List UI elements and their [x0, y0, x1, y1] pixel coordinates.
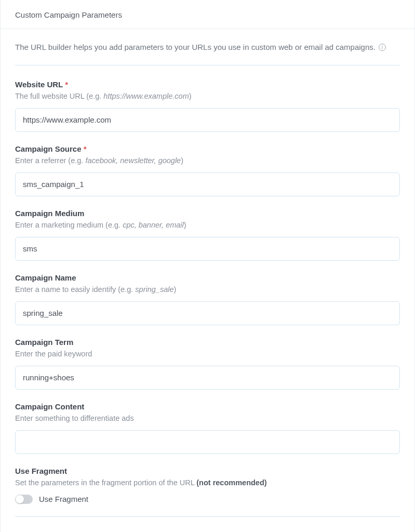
intro-text: The URL builder helps you add parameters…	[15, 42, 376, 54]
campaign-term-input[interactable]	[15, 366, 400, 390]
required-mark: *	[65, 80, 68, 89]
website-url-help: The full website URL (e.g. https://www.e…	[15, 91, 400, 102]
required-mark: *	[84, 144, 87, 153]
divider-bottom	[15, 516, 400, 517]
campaign-source-label: Campaign Source *	[15, 144, 400, 153]
panel-body: The URL builder helps you add parameters…	[1, 29, 414, 527]
use-fragment-label: Use Fragment	[15, 467, 400, 475]
campaign-source-input[interactable]	[15, 172, 400, 196]
campaign-name-input[interactable]	[15, 301, 400, 325]
campaign-name-label: Campaign Name	[15, 273, 400, 282]
campaign-name-help: Enter a name to easily identify (e.g. sp…	[15, 284, 400, 295]
campaign-content-help: Enter something to differentiate ads	[15, 413, 400, 424]
field-campaign-source: Campaign Source * Enter a referrer (e.g.…	[15, 144, 400, 196]
field-campaign-medium: Campaign Medium Enter a marketing medium…	[15, 209, 400, 261]
field-campaign-content: Campaign Content Enter something to diff…	[15, 402, 400, 454]
campaign-term-label: Campaign Term	[15, 338, 400, 347]
intro-row: The URL builder helps you add parameters…	[15, 42, 400, 54]
toggle-knob	[16, 495, 24, 503]
field-website-url: Website URL * The full website URL (e.g.…	[15, 80, 400, 132]
use-fragment-toggle-label: Use Fragment	[39, 495, 88, 503]
campaign-term-help: Enter the paid keyword	[15, 349, 400, 360]
panel-header: Custom Campaign Parameters	[1, 0, 414, 29]
campaign-content-label: Campaign Content	[15, 402, 400, 411]
use-fragment-help: Set the parameters in the fragment porti…	[15, 477, 400, 488]
field-use-fragment: Use Fragment Set the parameters in the f…	[15, 467, 400, 504]
campaign-content-input[interactable]	[15, 430, 400, 454]
website-url-label: Website URL *	[15, 80, 400, 89]
campaign-parameters-panel: Custom Campaign Parameters The URL build…	[0, 0, 415, 532]
divider	[15, 65, 400, 65]
use-fragment-toggle[interactable]	[15, 495, 33, 504]
campaign-source-help: Enter a referrer (e.g. facebook, newslet…	[15, 155, 400, 166]
info-icon[interactable]: i	[379, 44, 386, 51]
use-fragment-toggle-row: Use Fragment	[15, 495, 400, 504]
panel-title: Custom Campaign Parameters	[15, 10, 122, 19]
campaign-medium-input[interactable]	[15, 237, 400, 261]
campaign-medium-help: Enter a marketing medium (e.g. cpc, bann…	[15, 220, 400, 231]
field-campaign-name: Campaign Name Enter a name to easily ide…	[15, 273, 400, 325]
field-campaign-term: Campaign Term Enter the paid keyword	[15, 338, 400, 390]
campaign-medium-label: Campaign Medium	[15, 209, 400, 218]
website-url-input[interactable]	[15, 108, 400, 132]
